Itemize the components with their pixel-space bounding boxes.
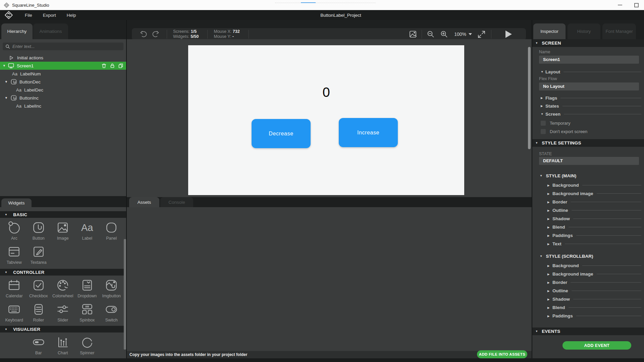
style-item-shadow[interactable]: ▶Shadow <box>547 295 641 303</box>
style-item-outline[interactable]: ▶Outline <box>547 287 641 295</box>
style-main-title[interactable]: ▼STYLE (MAIN) <box>540 172 644 179</box>
tree-row-initial-actions[interactable]: Initial actions <box>0 54 126 62</box>
tree-row-buttondec[interactable]: ▼ ButtonDec <box>0 78 126 86</box>
widget-slider[interactable]: Slider <box>51 302 75 322</box>
tab-assets[interactable]: Assets <box>129 197 159 207</box>
section-style-settings[interactable]: ▼STYLE SETTINGS <box>532 139 644 147</box>
tree-row-labelnum[interactable]: Aa LabelNum <box>0 70 126 78</box>
tree-row-screen1[interactable]: ▼ Screen1 <box>0 62 126 70</box>
tree-row-buttoninc[interactable]: ▼ ButtonInc <box>0 94 126 102</box>
style-item-blend[interactable]: ▶Blend <box>547 303 641 312</box>
lock-icon[interactable] <box>110 63 115 68</box>
widget-switch[interactable]: Switch <box>99 302 124 322</box>
tab-hierarchy[interactable]: Hierarchy <box>1 23 33 39</box>
fold-flags[interactable]: ▶Flags <box>541 95 641 101</box>
undo-icon[interactable] <box>139 30 148 38</box>
collapse-caret-icon[interactable]: ▼ <box>3 64 6 67</box>
style-item-paddings[interactable]: ▶Paddings <box>547 231 641 240</box>
fold-states[interactable]: ▶States <box>541 103 641 109</box>
maximize-icon[interactable] <box>634 3 639 7</box>
counter-label[interactable]: 0 <box>188 85 464 100</box>
menu-export[interactable]: Export <box>43 13 56 18</box>
fold-screen[interactable]: ▼Screen <box>541 111 641 117</box>
style-scrollbar-title[interactable]: ▼STYLE (SCROLLBAR) <box>540 253 644 259</box>
widget-colorwheel[interactable]: Colorwheel <box>51 278 75 298</box>
zoom-dropdown-caret-icon[interactable] <box>469 33 472 35</box>
widget-spinner[interactable]: Spinner <box>75 335 100 355</box>
canvas-scrollbar[interactable] <box>528 47 531 149</box>
widget-chart[interactable]: Chart <box>51 335 75 355</box>
copy-icon[interactable] <box>118 63 123 68</box>
play-icon[interactable] <box>505 31 512 38</box>
add-file-into-assets-button[interactable]: ADD FILE INTO ASSETS <box>477 350 527 358</box>
widget-label[interactable]: AaLabel <box>75 220 100 241</box>
tab-widgets[interactable]: Widgets <box>1 198 32 207</box>
zoom-out-icon[interactable] <box>427 30 435 38</box>
add-event-button[interactable]: ADD EVENT <box>562 341 631 350</box>
section-events[interactable]: ▼EVENTS <box>532 327 644 335</box>
style-item-text[interactable]: ▶Text <box>547 240 641 248</box>
widget-roller[interactable]: Roller <box>26 302 51 322</box>
checkbox-temporary[interactable]: Temporary <box>541 119 644 127</box>
section-screen[interactable]: ▼SCREEN <box>532 39 644 47</box>
redo-icon[interactable] <box>151 30 160 38</box>
widget-button[interactable]: Button <box>26 220 51 241</box>
widget-arc[interactable]: Arc <box>2 220 26 241</box>
collapse-caret-icon[interactable]: ▼ <box>5 80 8 83</box>
assets-body[interactable] <box>127 207 532 351</box>
widget-checkbox[interactable]: Checkbox <box>26 278 51 298</box>
design-screen[interactable]: 0 Decrease Increase <box>188 45 464 195</box>
widget-panel[interactable]: Panel <box>99 220 124 241</box>
widgets-scrollbar[interactable] <box>124 239 126 350</box>
style-item-border[interactable]: ▶Border <box>547 278 641 287</box>
style-item-shadow[interactable]: ▶Shadow <box>547 215 641 223</box>
style-item-background[interactable]: ▶Background <box>547 181 641 189</box>
widget-image[interactable]: Image <box>51 220 75 241</box>
style-item-background-image[interactable]: ▶Background image <box>547 270 641 278</box>
widget-spinbox[interactable]: Spinbox <box>75 302 100 322</box>
checkbox-dont-export[interactable]: Don't export screen <box>541 128 644 135</box>
tree-row-labelinc[interactable]: Aa LabelInc <box>0 102 126 110</box>
increase-button[interactable]: Increase <box>339 118 398 147</box>
menu-help[interactable]: Help <box>67 13 76 18</box>
style-item-paddings[interactable]: ▶Paddings <box>547 312 641 320</box>
menu-file[interactable]: File <box>25 13 32 18</box>
style-item-background-image[interactable]: ▶Background image <box>547 189 641 198</box>
style-item-background[interactable]: ▶Background <box>547 261 641 270</box>
hierarchy-search[interactable] <box>3 43 123 50</box>
fold-layout[interactable]: ▼Layout <box>541 68 641 75</box>
style-item-border[interactable]: ▶Border <box>547 198 641 206</box>
widget-tabview[interactable]: Tabview <box>2 244 26 265</box>
tab-animations[interactable]: Animations <box>33 23 68 39</box>
tab-console[interactable]: Console <box>160 197 193 207</box>
widget-keyboard[interactable]: Keyboard <box>2 302 26 322</box>
widgets-section-controller[interactable]: ▼CONTROLLER <box>0 269 127 276</box>
widget-imgbutton[interactable]: Imgbutton <box>99 278 124 298</box>
widget-dropdown[interactable]: Dropdown <box>75 278 100 298</box>
zoom-level[interactable]: 100% <box>454 32 466 37</box>
zoom-in-icon[interactable] <box>440 30 448 38</box>
search-input[interactable] <box>12 44 121 49</box>
screenshot-icon[interactable] <box>409 30 417 38</box>
widgets-section-basic[interactable]: ▼BASIC <box>0 211 127 218</box>
widgets-section-visualiser[interactable]: ▼VISUALISER <box>0 326 127 333</box>
collapse-caret-icon[interactable]: ▼ <box>5 96 8 100</box>
flex-flow-field[interactable]: No Layout <box>539 82 639 90</box>
tab-font-manager[interactable]: Font Manager <box>602 23 636 39</box>
delete-icon[interactable] <box>101 63 107 68</box>
fit-view-icon[interactable] <box>477 30 486 39</box>
tab-history[interactable]: History <box>568 23 600 39</box>
decrease-button[interactable]: Decrease <box>252 119 311 148</box>
tree-row-labeldec[interactable]: Aa LabelDec <box>0 86 126 94</box>
minimize-icon[interactable] <box>618 5 622 5</box>
state-field[interactable]: DEFAULT <box>539 157 639 165</box>
tab-inspector[interactable]: Inspector <box>533 23 566 39</box>
checkbox-icon[interactable] <box>541 129 546 134</box>
name-field[interactable]: Screen1 <box>539 56 639 64</box>
checkbox-icon[interactable] <box>541 121 546 126</box>
widget-bar[interactable]: Bar <box>26 335 51 355</box>
widget-calendar[interactable]: Calendar <box>2 278 26 298</box>
style-item-blend[interactable]: ▶Blend <box>547 223 641 231</box>
widget-textarea[interactable]: Textarea <box>26 244 51 265</box>
style-item-outline[interactable]: ▶Outline <box>547 206 641 215</box>
